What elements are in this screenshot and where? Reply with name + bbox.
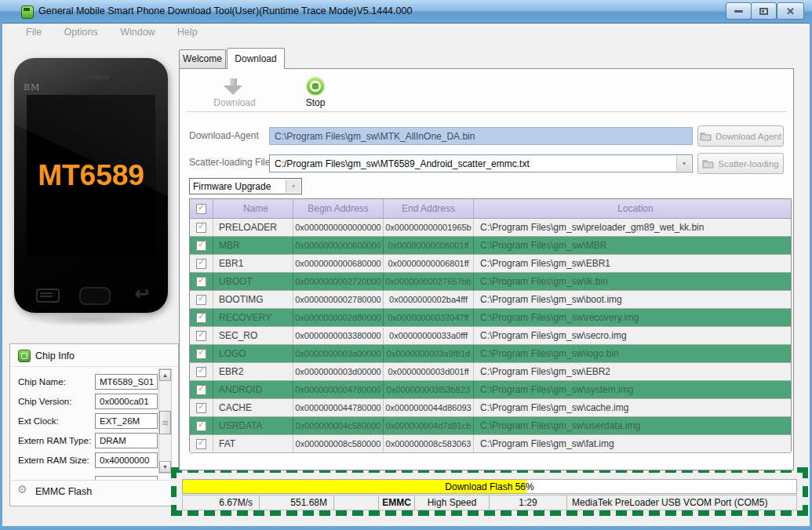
- progress-bar: Download Flash 56%: [182, 479, 797, 494]
- check-icon: ✓: [198, 239, 205, 249]
- table-row[interactable]: ✓BOOTIMG0x00000000027800000x0000000002ba…: [190, 291, 791, 309]
- tab-download[interactable]: Download: [227, 48, 285, 69]
- scroll-up-icon[interactable]: ▲: [159, 369, 171, 381]
- row-checkbox[interactable]: ✓: [190, 417, 213, 434]
- row-checkbox[interactable]: ✓: [190, 237, 213, 254]
- table-row[interactable]: ✓FAT0x000000008c5800000x000000008c583063…: [190, 435, 791, 453]
- end-address: 0x000000000001965b: [384, 219, 474, 236]
- gear-icon: ⚙: [17, 483, 27, 496]
- menu-window[interactable]: Window: [111, 27, 164, 38]
- window-border-bottom: [0, 526, 812, 530]
- stop-button-label[interactable]: Stop: [289, 97, 341, 108]
- row-checkbox[interactable]: ✓: [190, 381, 213, 398]
- chevron-down-icon[interactable]: ▼: [676, 156, 691, 171]
- app-icon: [21, 5, 34, 19]
- column-header-location[interactable]: Location: [474, 199, 791, 218]
- partition-name: CACHE: [213, 399, 293, 416]
- row-checkbox[interactable]: ✓: [190, 273, 213, 290]
- check-icon: ✓: [198, 329, 205, 339]
- row-checkbox[interactable]: ✓: [190, 399, 213, 416]
- table-row[interactable]: ✓RECOVERY0x0000000002d800000x00000000032…: [190, 309, 791, 327]
- download-button-label[interactable]: Download: [202, 97, 268, 108]
- table-row[interactable]: ✓EBR20x0000000003d000000x0000000003d001f…: [190, 363, 791, 381]
- scrollbar-thumb[interactable]: [159, 411, 171, 434]
- column-header-end[interactable]: End Address: [384, 199, 474, 218]
- row-checkbox[interactable]: ✓: [190, 363, 213, 380]
- begin-address: 0x0000000000600000: [293, 237, 384, 254]
- scroll-down-icon[interactable]: ▼: [159, 461, 171, 473]
- row-checkbox[interactable]: ✓: [190, 255, 213, 272]
- partition-name: FAT: [213, 435, 293, 452]
- file-location: C:\Program Files\gm_sw\MBR: [474, 237, 791, 254]
- begin-address: 0x0000000002d80000: [293, 309, 384, 326]
- partition-name: BOOTIMG: [213, 291, 293, 308]
- scatter-loading-button-label: Scatter-loading: [718, 159, 778, 169]
- check-icon: ✓: [198, 419, 205, 430]
- check-icon: ✓: [198, 275, 205, 285]
- check-icon: ✓: [198, 365, 205, 376]
- scatter-loading-button[interactable]: Scatter-loading: [697, 153, 784, 174]
- download-agent-label: Download-Agent: [189, 130, 259, 141]
- download-mode-select[interactable]: Firmware Upgrade ▼: [189, 178, 302, 194]
- begin-address: 0x0000000044780000: [293, 399, 384, 416]
- close-button[interactable]: ✕: [777, 2, 804, 20]
- download-agent-field[interactable]: C:\Program Files\gm_sw\MTK_AllInOne_DA.b…: [269, 127, 693, 145]
- begin-address: 0x0000000002720000: [293, 273, 384, 290]
- menu-options[interactable]: Options: [55, 27, 107, 38]
- maximize-button[interactable]: [751, 2, 777, 20]
- row-checkbox[interactable]: ✓: [190, 345, 213, 362]
- check-icon: ✓: [198, 401, 205, 412]
- table-header-row: ✓ Name Begin Address End Address Locatio…: [190, 199, 791, 219]
- check-icon: ✓: [198, 383, 205, 394]
- download-mode-value: Firmware Upgrade: [193, 181, 271, 192]
- table-row[interactable]: ✓CACHE0x00000000447800000x0000000044d860…: [190, 399, 791, 417]
- maximize-icon: [759, 8, 768, 15]
- begin-address: 0x0000000003380000: [293, 327, 384, 344]
- table-row[interactable]: ✓PRELOADER0x00000000000000000x0000000000…: [190, 219, 791, 237]
- menu-file[interactable]: File: [16, 27, 51, 38]
- row-checkbox[interactable]: ✓: [190, 435, 213, 452]
- download-agent-button[interactable]: Download Agent: [697, 125, 784, 147]
- stop-icon[interactable]: [307, 78, 324, 95]
- folder-icon: [702, 159, 714, 169]
- select-all-checkbox[interactable]: ✓: [190, 199, 213, 218]
- file-location: C:\Program Files\gm_sw\recovery.img: [474, 309, 791, 326]
- chip-info-field: Chip Name:MT6589_S01: [16, 374, 158, 390]
- chip-info-panel: Chip Info Chip Name:MT6589_S01Chip Versi…: [9, 343, 179, 506]
- tab-welcome[interactable]: Welcome: [179, 49, 226, 68]
- emmc-flash-label[interactable]: EMMC Flash: [35, 486, 92, 497]
- status-speed: 6.67M/s: [183, 496, 260, 510]
- partition-name: EBR1: [213, 255, 293, 272]
- table-row[interactable]: ✓SEC_RO0x00000000033800000x00000000033a0…: [190, 327, 791, 345]
- end-address: 0x00000000006001ff: [384, 237, 474, 254]
- column-header-name[interactable]: Name: [213, 199, 293, 218]
- status-usb-mode: High Speed: [415, 496, 490, 510]
- table-row[interactable]: ✓USRDATA0x000000004c5800000x000000004d7d…: [190, 417, 791, 435]
- chip-field-value: DRAM: [95, 433, 158, 448]
- phone-gloss: [14, 58, 168, 313]
- status-elapsed-time: 1:29: [490, 496, 567, 510]
- begin-address: 0x0000000000680000: [293, 255, 384, 272]
- row-checkbox[interactable]: ✓: [190, 219, 213, 236]
- row-checkbox[interactable]: ✓: [190, 309, 213, 326]
- table-row[interactable]: ✓ANDROID0x00000000047800000x000000003f53…: [190, 381, 791, 399]
- check-icon: ✓: [198, 257, 205, 267]
- table-row[interactable]: ✓MBR0x00000000006000000x00000000006001ff…: [190, 237, 791, 255]
- chip-info-scrollbar[interactable]: ▲ ▼: [158, 368, 172, 474]
- progress-label: Download Flash 56%: [183, 481, 796, 492]
- partition-name: LOGO: [213, 345, 293, 362]
- partition-name: ANDROID: [213, 381, 293, 398]
- download-arrow-icon[interactable]: [222, 78, 246, 96]
- table-row[interactable]: ✓UBOOT0x00000000027200000x00000000027657…: [190, 273, 791, 291]
- row-checkbox[interactable]: ✓: [190, 291, 213, 308]
- table-row[interactable]: ✓EBR10x00000000006800000x00000000006801f…: [190, 255, 791, 273]
- menu-help[interactable]: Help: [168, 27, 207, 38]
- row-checkbox[interactable]: ✓: [190, 327, 213, 344]
- scatter-file-combobox[interactable]: C:/Program Files\gm_sw\MT6589_Android_sc…: [269, 154, 693, 172]
- table-row[interactable]: ✓LOGO0x0000000003a000000x0000000003a9f81…: [190, 345, 791, 363]
- chip-info-icon: [18, 350, 31, 362]
- begin-address: 0x0000000004780000: [293, 381, 384, 398]
- minimize-button[interactable]: [726, 2, 752, 20]
- column-header-begin[interactable]: Begin Address: [293, 199, 384, 218]
- partition-name: PRELOADER: [213, 219, 293, 236]
